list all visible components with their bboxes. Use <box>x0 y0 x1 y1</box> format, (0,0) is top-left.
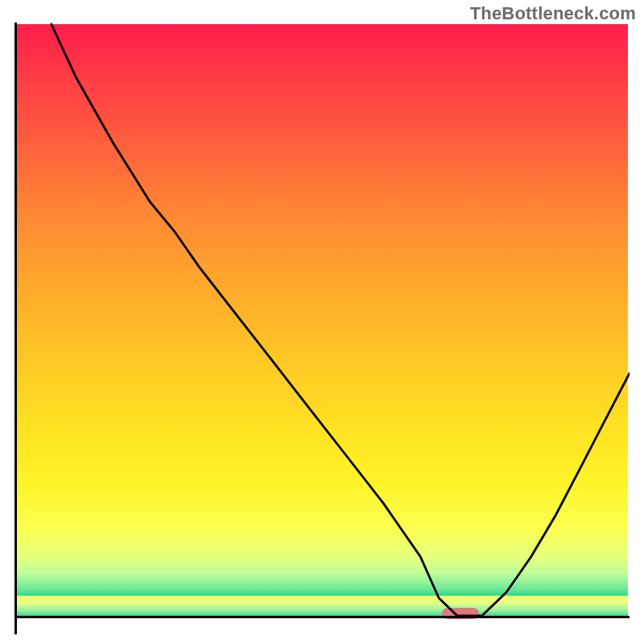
chart-container: TheBottleneck.com <box>0 0 644 644</box>
plot-frame <box>14 23 630 634</box>
plot-inner <box>14 23 630 634</box>
y-axis <box>14 23 17 634</box>
watermark-text: TheBottleneck.com <box>470 3 636 24</box>
x-axis <box>14 616 630 618</box>
bottleneck-curve-path <box>52 24 630 616</box>
bottleneck-curve <box>14 23 630 634</box>
